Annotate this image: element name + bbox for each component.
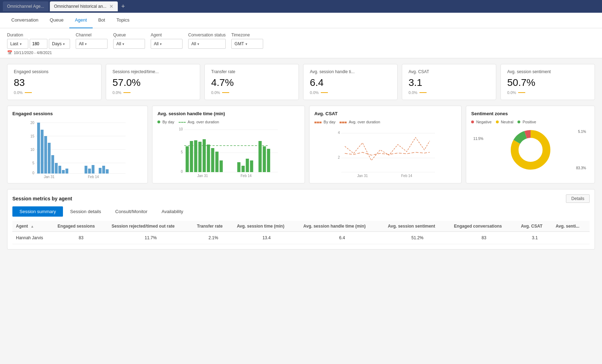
col-avg-session-time[interactable]: Avg. session time (min)	[233, 221, 300, 232]
csat-legend: By day Avg. over duration	[314, 120, 457, 124]
tab-2-close-icon[interactable]: ✕	[109, 4, 114, 9]
duration-filter: Duration Last ▾ Days ▾	[7, 33, 70, 49]
kpi-engaged-sessions: Engaged sessions 83 0.0%	[7, 64, 102, 100]
svg-rect-22	[99, 168, 102, 174]
neutral-legend-dot	[496, 121, 499, 123]
cell-engaged-sessions: 83	[54, 232, 108, 244]
col-agent[interactable]: Agent ▲	[12, 221, 54, 232]
svg-rect-40	[215, 152, 219, 172]
subtab-consult-monitor[interactable]: Consult/Monitor	[108, 206, 155, 217]
queue-select[interactable]: All ▾	[113, 39, 145, 49]
kpi-row: Engaged sessions 83 0.0% Sessions reject…	[7, 64, 595, 100]
kpi-transfer-rate: Transfer rate 4.7% 0.0%	[204, 64, 299, 100]
cell-avg-csat: 3.1	[517, 232, 552, 244]
svg-rect-41	[220, 160, 223, 172]
handle-time-chart: Avg. session handle time (min) By day Av…	[152, 106, 305, 183]
kpi-avg-csat-title: Avg. CSAT	[409, 69, 490, 74]
agent-select[interactable]: All ▾	[151, 39, 183, 49]
chevron-down-icon: ▾	[63, 42, 65, 46]
csat-chart-title: Avg. CSAT	[314, 111, 457, 116]
conv-status-select[interactable]: All ▾	[188, 39, 226, 49]
kpi-avg-csat: Avg. CSAT 3.1 0.0%	[402, 64, 496, 100]
svg-rect-10	[37, 123, 40, 174]
kpi-sessions-rejected-value: 57.0%	[112, 77, 193, 88]
nav-topics[interactable]: Topics	[111, 13, 135, 28]
col-transfer-rate[interactable]: Transfer rate	[193, 221, 233, 232]
chevron-down-icon: ▾	[160, 42, 162, 46]
svg-rect-42	[237, 162, 241, 172]
svg-text:10: 10	[179, 127, 183, 131]
svg-text:Jan 31: Jan 31	[44, 175, 54, 179]
subtab-session-summary[interactable]: Session summary	[12, 206, 63, 217]
chevron-down-icon: ▾	[245, 42, 247, 46]
negative-pct-label: 5.1%	[578, 130, 586, 134]
nav-agent[interactable]: Agent	[69, 13, 93, 28]
col-session-rejected[interactable]: Session rejected/timed out rate	[108, 221, 193, 232]
tab-1-label: Omnichannel Age...	[7, 4, 44, 9]
nav-conversation[interactable]: Conversation	[6, 13, 44, 28]
svg-rect-35	[194, 140, 197, 172]
app-nav: Conversation Queue Agent Bot Topics	[0, 13, 602, 28]
kpi-transfer-rate-title: Transfer rate	[211, 69, 292, 74]
col-avg-senti[interactable]: Avg. senti...	[552, 221, 590, 232]
table-container: Agent ▲ Engaged sessions Session rejecte…	[12, 221, 590, 244]
svg-rect-11	[41, 130, 44, 174]
kpi-engaged-sessions-title: Engaged sessions	[14, 69, 95, 74]
neutral-top-pct-label: 11.5%	[473, 137, 483, 141]
svg-text:2: 2	[338, 155, 340, 159]
kpi-avg-sentiment-title: Avg. session sentiment	[507, 69, 588, 74]
svg-rect-45	[250, 160, 253, 172]
col-engaged-sessions[interactable]: Engaged sessions	[54, 221, 108, 232]
cell-avg-senti-extra	[552, 232, 590, 244]
col-engaged-conversations[interactable]: Engaged conversations	[451, 221, 517, 232]
engaged-sessions-chart-title: Engaged sessions	[12, 111, 143, 116]
subtab-session-details[interactable]: Session details	[63, 206, 108, 217]
subtab-availability[interactable]: Availability	[155, 206, 190, 217]
tab-1[interactable]: Omnichannel Age...	[3, 1, 48, 11]
svg-text:15: 15	[30, 134, 35, 138]
kpi-avg-handle-time-title: Avg. session handle ti...	[310, 69, 391, 74]
engaged-sessions-svg: 20 15 10 5 0	[12, 120, 143, 176]
svg-rect-48	[267, 149, 270, 172]
kpi-sessions-rejected-title: Sessions rejected/time...	[112, 69, 193, 74]
cell-agent: Hannah Jarvis	[12, 232, 54, 244]
svg-text:10: 10	[30, 148, 35, 152]
agent-label: Agent	[151, 33, 183, 37]
svg-rect-21	[92, 165, 94, 174]
trend-bar-icon	[25, 92, 32, 93]
new-tab-button[interactable]: +	[119, 3, 127, 10]
kpi-avg-sentiment-value: 50.7%	[507, 77, 588, 88]
cell-session-rejected: 11.7%	[108, 232, 193, 244]
nav-queue[interactable]: Queue	[44, 13, 69, 28]
svg-text:0: 0	[181, 170, 183, 174]
svg-rect-19	[85, 166, 87, 174]
col-avg-csat[interactable]: Avg. CSAT	[517, 221, 552, 232]
col-avg-sentiment[interactable]: Avg. session sentiment	[384, 221, 451, 232]
charts-row: Engaged sessions 20 15 10 5 0	[7, 106, 595, 183]
timezone-select[interactable]: GMT ▾	[231, 39, 263, 49]
details-button[interactable]: Details	[566, 194, 590, 203]
table-section-title: Session metrics by agent	[12, 196, 72, 201]
agent-metrics-table: Agent ▲ Engaged sessions Session rejecte…	[12, 221, 590, 244]
negative-legend-dot	[471, 121, 474, 123]
svg-text:Feb 14: Feb 14	[88, 175, 99, 179]
nav-bot[interactable]: Bot	[93, 13, 111, 28]
duration-unit-select[interactable]: Days ▾	[49, 39, 70, 49]
duration-last-select[interactable]: Last ▾	[7, 39, 28, 49]
channel-label: Channel	[76, 33, 108, 37]
channel-select[interactable]: All ▾	[76, 39, 108, 49]
duration-value-input[interactable]	[30, 39, 47, 49]
cell-engaged-conversations: 83	[451, 232, 517, 244]
tab-2[interactable]: Omnichannel historical an... ✕	[50, 1, 118, 11]
csat-svg: 4 2 Jan 31 Feb 14	[314, 127, 457, 176]
trend-bar-icon	[518, 92, 525, 93]
svg-text:20: 20	[30, 121, 35, 125]
queue-label: Queue	[113, 33, 145, 37]
col-avg-handle-time[interactable]: Avg. session handle time (min)	[300, 221, 384, 232]
sentiment-legend: Negative Neutral Positive	[471, 120, 590, 124]
svg-rect-24	[106, 169, 109, 174]
svg-rect-23	[102, 166, 105, 174]
cell-avg-session-time: 13.4	[233, 232, 300, 244]
svg-rect-44	[246, 159, 249, 172]
trend-bar-icon	[321, 92, 328, 93]
